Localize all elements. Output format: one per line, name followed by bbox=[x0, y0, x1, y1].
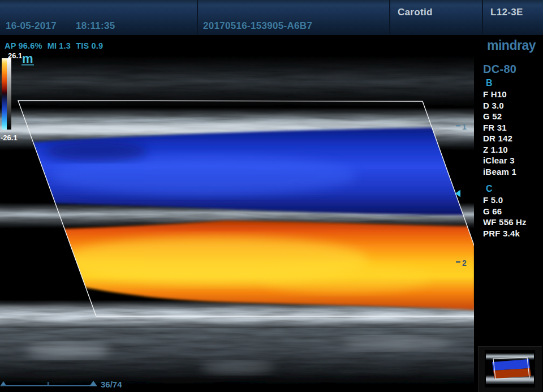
cine-scrubber[interactable]: 36/74 bbox=[0, 378, 170, 392]
acoustic-output-readout: AP 96.6%MI 1.3TIS 0.9 bbox=[5, 41, 108, 50]
system-model: DC-80 bbox=[483, 63, 543, 76]
exam-datetime: 16-05-201718:11:35 bbox=[6, 20, 115, 32]
cine-track[interactable] bbox=[2, 385, 96, 386]
depth-tick-1 bbox=[456, 125, 460, 126]
b-mode-param: F H10 bbox=[483, 89, 543, 100]
b-mode-param: G 52 bbox=[483, 111, 543, 122]
b-mode-label: B bbox=[486, 78, 543, 88]
exam-id: 20170516-153905-A6B7 bbox=[203, 20, 312, 32]
header-section-preset[interactable]: Carotid bbox=[389, 0, 482, 35]
c-mode-param: PRF 3.4k bbox=[483, 228, 543, 239]
color-scale-bar bbox=[2, 58, 11, 130]
mechanical-index: MI 1.3 bbox=[48, 41, 71, 50]
thumbnail-image[interactable] bbox=[485, 350, 535, 387]
header-section-exam-id: 20170516-153905-A6B7 bbox=[197, 0, 389, 35]
b-mode-param: FR 31 bbox=[483, 122, 543, 133]
cine-playhead[interactable] bbox=[89, 381, 97, 386]
exam-time: 18:11:35 bbox=[76, 20, 115, 31]
doppler-colorbar bbox=[2, 58, 7, 130]
thumbnail-panel bbox=[478, 346, 542, 392]
depth-label-1: 1 bbox=[462, 122, 467, 131]
probe-model[interactable]: L12-3E bbox=[490, 7, 523, 18]
b-mode-param: iClear 3 bbox=[483, 155, 543, 166]
c-mode-params: F 5.0G 66WF 556 HzPRF 3.4k bbox=[483, 195, 543, 239]
c-mode-param: WF 556 Hz bbox=[483, 217, 543, 228]
cine-mid-tick bbox=[48, 382, 49, 386]
ultrasound-image: 1 2 bbox=[0, 35, 474, 392]
b-mode-param: DR 142 bbox=[483, 133, 543, 144]
c-mode-param: F 5.0 bbox=[483, 195, 543, 206]
mindray-m-icon: m bbox=[21, 54, 34, 66]
velocity-scale-min: -26.1 bbox=[1, 133, 18, 142]
brand-logo: mindray bbox=[474, 38, 536, 53]
image-stage: 1 2 AP 96.6%MI 1.3TIS 0.9 26.1 -26.1 m 3… bbox=[0, 35, 474, 392]
exam-preset[interactable]: Carotid bbox=[398, 7, 433, 18]
c-mode-label: C bbox=[486, 184, 543, 194]
ultrasound-screen: 16-05-201718:11:35 20170516-153905-A6B7 … bbox=[0, 0, 543, 392]
exam-date: 16-05-2017 bbox=[6, 20, 57, 31]
cine-frame-counter: 36/74 bbox=[101, 380, 122, 389]
b-mode-param: Z 1.10 bbox=[483, 144, 543, 156]
depth-label-2: 2 bbox=[462, 259, 467, 268]
b-mode-param: D 3.0 bbox=[483, 100, 543, 111]
b-mode-param: iBeam 1 bbox=[483, 166, 543, 178]
acoustic-power: AP 96.6% bbox=[5, 41, 42, 50]
b-mode-params: F H10D 3.0G 52FR 31DR 142Z 1.10iClear 3i… bbox=[483, 89, 543, 177]
parameter-sidebar: mindray DC-80 B F H10D 3.0G 52FR 31DR 14… bbox=[474, 35, 543, 392]
depth-tick-2 bbox=[456, 261, 460, 262]
c-mode-param: G 66 bbox=[483, 206, 543, 217]
thermal-index: TIS 0.9 bbox=[76, 41, 103, 50]
header-bar: 16-05-201718:11:35 20170516-153905-A6B7 … bbox=[0, 0, 543, 35]
header-section-probe[interactable]: L12-3E bbox=[482, 0, 543, 35]
gray-colorbar bbox=[7, 58, 11, 130]
header-section-datetime: 16-05-201718:11:35 bbox=[0, 0, 197, 35]
